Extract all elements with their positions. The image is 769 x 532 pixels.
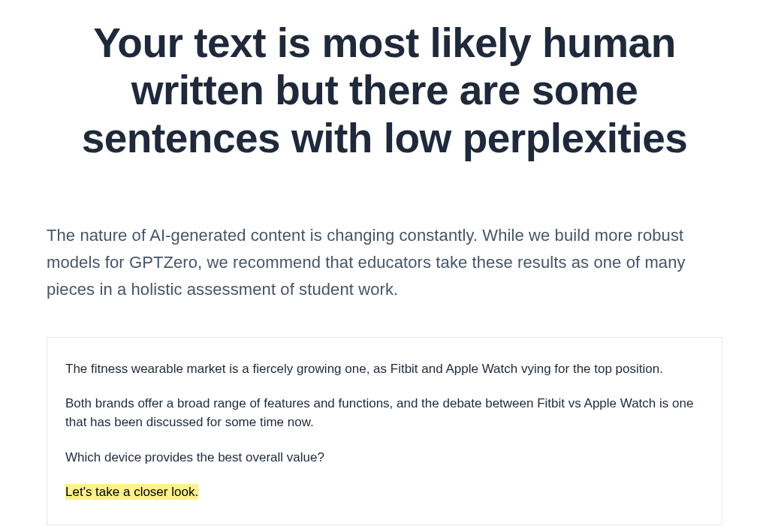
analyzed-paragraph-highlighted: Let's take a closer look.	[65, 483, 704, 502]
analyzed-paragraph: The fitness wearable market is a fiercel…	[65, 360, 704, 379]
low-perplexity-highlight: Let's take a closer look.	[65, 484, 198, 500]
analyzed-paragraph: Which device provides the best overall v…	[65, 449, 704, 467]
analyzed-text-box: The fitness wearable market is a fiercel…	[47, 337, 722, 525]
analyzed-paragraph: Both brands offer a broad range of featu…	[65, 395, 704, 431]
result-description: The nature of AI-generated content is ch…	[47, 222, 722, 304]
result-headline: Your text is most likely human written b…	[47, 20, 722, 162]
